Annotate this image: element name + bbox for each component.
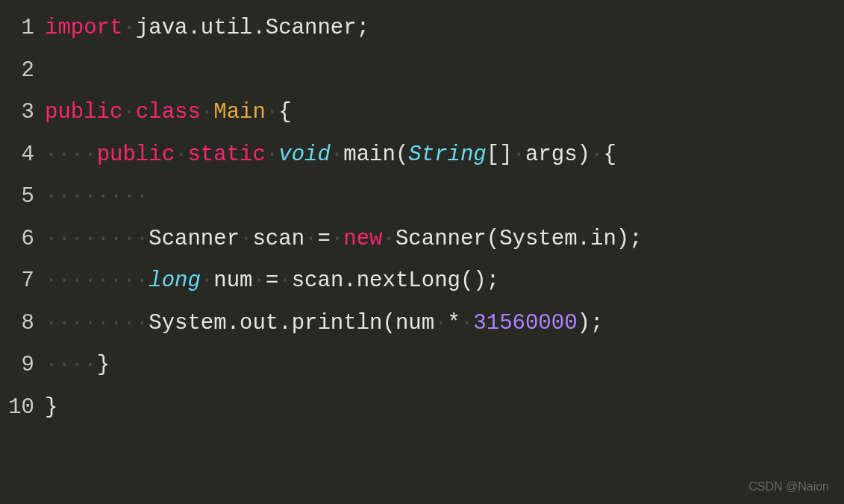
whitespace: · xyxy=(278,268,291,293)
whitespace: · xyxy=(304,227,317,251)
code-text: java.util.Scanner; xyxy=(136,16,369,40)
whitespace: · xyxy=(201,100,213,125)
whitespace: · xyxy=(383,227,396,251)
var-name: scan xyxy=(252,227,304,251)
line-number: 3 xyxy=(0,92,34,134)
method-name: main( xyxy=(343,142,408,167)
code-text: Scanner(System.in); xyxy=(396,227,643,251)
line-number: 1 xyxy=(0,7,34,50)
whitespace: · xyxy=(590,142,603,167)
line-number-gutter: 1 2 3 4 5 6 7 8 9 10 xyxy=(0,7,45,429)
code-line: ········Scanner·scan·=·new·Scanner(Syste… xyxy=(45,218,844,261)
whitespace: ········ xyxy=(45,311,149,336)
watermark-text: CSDN @Naion xyxy=(748,475,829,498)
code-line: ····} xyxy=(45,344,844,387)
type-scanner: Scanner xyxy=(149,227,240,251)
keyword-static: static xyxy=(187,142,265,167)
whitespace: · xyxy=(434,311,447,336)
whitespace: · xyxy=(252,268,265,293)
code-line: import·java.util.Scanner; xyxy=(45,7,844,50)
whitespace: · xyxy=(122,16,135,40)
operator: * xyxy=(448,311,460,336)
type-long: long xyxy=(149,268,201,293)
type-string: String xyxy=(408,142,486,167)
line-number: 8 xyxy=(0,303,34,345)
whitespace: · xyxy=(513,142,525,167)
whitespace: · xyxy=(122,100,135,125)
line-number: 9 xyxy=(0,344,34,387)
line-number: 4 xyxy=(0,134,34,177)
whitespace: ········ xyxy=(45,227,149,251)
number-literal: 31560000 xyxy=(473,311,577,336)
code-area[interactable]: import·java.util.Scanner; public·class·M… xyxy=(45,7,844,429)
whitespace: ········ xyxy=(45,268,149,293)
whitespace: · xyxy=(331,142,343,167)
brace: } xyxy=(45,395,57,420)
code-line: ········long·num·=·scan.nextLong(); xyxy=(45,260,844,303)
code-text: scan.nextLong(); xyxy=(292,268,499,293)
param: args) xyxy=(525,142,590,167)
operator: = xyxy=(266,268,278,293)
line-number: 7 xyxy=(0,260,34,303)
code-editor: 1 2 3 4 5 6 7 8 9 10 import·java.util.Sc… xyxy=(0,7,844,429)
var-name: num xyxy=(213,268,252,293)
keyword-public: public xyxy=(97,142,175,167)
line-number: 2 xyxy=(0,50,34,92)
whitespace: · xyxy=(460,311,473,336)
brace: } xyxy=(97,353,110,377)
code-text: System.out.println(num xyxy=(149,311,434,336)
code-line: ········System.out.println(num·*·3156000… xyxy=(45,303,844,345)
brace: { xyxy=(603,142,616,167)
whitespace: ···· xyxy=(45,142,97,167)
whitespace: · xyxy=(240,227,252,251)
code-text: ); xyxy=(578,311,604,336)
whitespace: · xyxy=(266,142,278,167)
code-line: ········ xyxy=(45,176,844,218)
operator: = xyxy=(318,227,331,251)
code-line: ····public·static·void·main(String[]·arg… xyxy=(45,134,844,177)
code-line: } xyxy=(45,387,844,429)
keyword-public: public xyxy=(45,100,122,125)
code-line: public·class·Main·{ xyxy=(45,92,844,134)
line-number: 10 xyxy=(0,387,34,429)
brace: { xyxy=(278,100,291,125)
whitespace: ···· xyxy=(45,353,97,377)
type-void: void xyxy=(278,142,331,167)
whitespace: · xyxy=(175,142,187,167)
whitespace: ········ xyxy=(45,184,149,209)
whitespace: · xyxy=(266,100,278,125)
line-number: 6 xyxy=(0,218,34,261)
keyword-import: import xyxy=(45,16,122,40)
class-name: Main xyxy=(213,100,266,125)
keyword-new: new xyxy=(343,227,382,251)
whitespace: · xyxy=(201,268,213,293)
brackets: [] xyxy=(487,142,513,167)
code-line xyxy=(45,50,844,92)
line-number: 5 xyxy=(0,176,34,218)
whitespace: · xyxy=(331,227,343,251)
keyword-class: class xyxy=(136,100,201,125)
